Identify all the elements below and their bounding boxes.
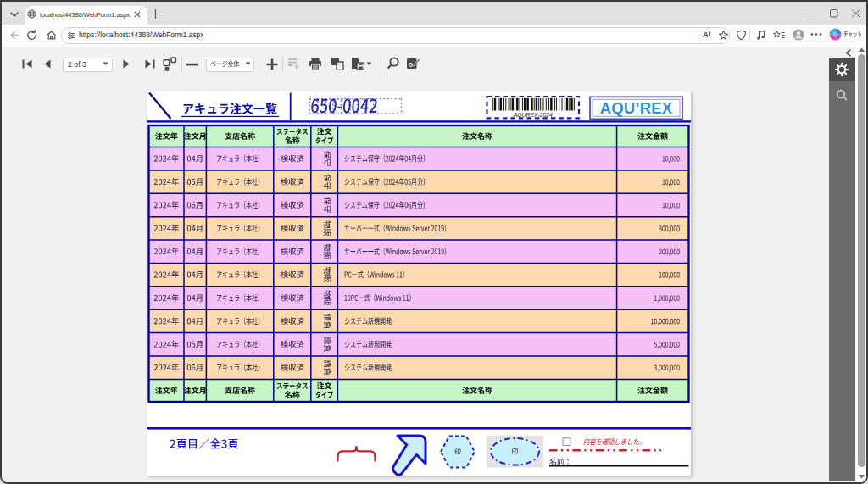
svg-text:AQU’REX: AQU’REX: [600, 99, 673, 117]
svg-text:AQUREX-2024: AQUREX-2024: [513, 112, 553, 119]
svg-text:o: o: [409, 60, 413, 69]
